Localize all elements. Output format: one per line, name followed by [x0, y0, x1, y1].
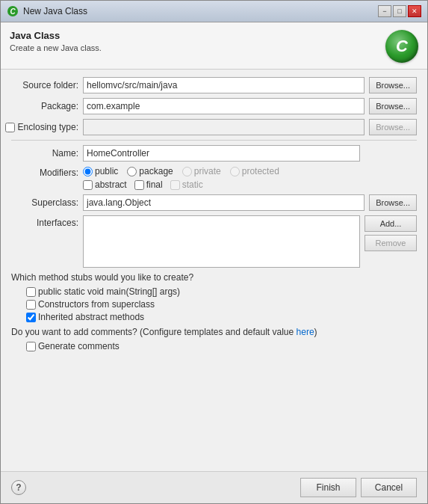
finish-button[interactable]: Finish	[300, 478, 356, 497]
divider-1	[11, 140, 417, 141]
main-window: C New Java Class − □ ✕ Java Class Create…	[0, 0, 428, 504]
superclass-row: Superclass: Browse...	[11, 194, 417, 211]
modifier-abstract[interactable]: abstract	[83, 179, 127, 190]
dialog-header: Java Class Create a new Java class. C	[1, 22, 427, 70]
modifier-private[interactable]: private	[182, 166, 221, 176]
modifier-static-checkbox[interactable]	[170, 180, 180, 190]
dialog-content: Source folder: Browse... Package: Browse…	[1, 70, 427, 471]
modifiers-row-other: abstract final static	[83, 179, 417, 190]
stub-main-method[interactable]: public static void main(String[] args)	[26, 286, 417, 297]
stub-inherited-checkbox[interactable]	[26, 313, 36, 322]
comments-section: Do you want to add comments? (Configure …	[11, 327, 417, 351]
modifier-static[interactable]: static	[170, 179, 203, 190]
stub-inherited[interactable]: Inherited abstract methods	[26, 312, 417, 322]
stub-constructors-checkbox[interactable]	[26, 300, 36, 310]
interfaces-section: Interfaces: Add... Remove	[11, 215, 417, 268]
modifiers-row-access: public package private protected	[83, 166, 417, 176]
superclass-label: Superclass:	[11, 197, 78, 208]
enclosing-type-row: Enclosing type: Browse...	[11, 119, 417, 135]
maximize-button[interactable]: □	[393, 5, 406, 17]
modifier-private-radio[interactable]	[182, 167, 192, 176]
name-input[interactable]	[83, 145, 360, 162]
superclass-browse-button[interactable]: Browse...	[369, 194, 417, 211]
package-row: Package: Browse...	[11, 98, 417, 114]
modifiers-content: public package private protected	[83, 166, 417, 190]
header-text: Java Class Create a new Java class.	[10, 30, 102, 52]
enclosing-type-checkbox[interactable]	[5, 123, 15, 132]
package-label: Package:	[11, 101, 78, 111]
title-bar-left: C New Java Class	[7, 5, 87, 17]
window-title: New Java Class	[23, 6, 87, 16]
close-button[interactable]: ✕	[408, 5, 421, 17]
modifier-final[interactable]: final	[134, 179, 163, 190]
minimize-button[interactable]: −	[378, 5, 391, 17]
source-folder-browse-button[interactable]: Browse...	[369, 77, 417, 93]
cancel-button[interactable]: Cancel	[361, 478, 417, 497]
java-class-icon: C	[385, 30, 418, 63]
package-input[interactable]	[83, 98, 365, 114]
superclass-input[interactable]	[83, 194, 365, 211]
enclosing-type-browse-button[interactable]: Browse...	[369, 119, 417, 135]
source-folder-row: Source folder: Browse...	[11, 77, 417, 93]
interfaces-add-button[interactable]: Add...	[365, 215, 417, 232]
modifier-package[interactable]: package	[127, 166, 173, 176]
stubs-section: Which method stubs would you like to cre…	[11, 272, 417, 322]
interfaces-buttons: Add... Remove	[365, 215, 417, 251]
footer-left: ?	[11, 480, 26, 495]
stub-constructors[interactable]: Constructors from superclass	[26, 299, 417, 310]
package-browse-button[interactable]: Browse...	[369, 98, 417, 114]
stubs-items: public static void main(String[] args) C…	[11, 286, 417, 322]
comments-here-link[interactable]: here	[297, 327, 314, 337]
dialog-title: Java Class	[10, 30, 102, 41]
generate-comments[interactable]: Generate comments	[26, 341, 417, 351]
interfaces-listbox[interactable]	[83, 215, 360, 268]
modifier-package-radio[interactable]	[127, 167, 137, 176]
name-label: Name:	[11, 148, 78, 159]
modifier-abstract-checkbox[interactable]	[83, 180, 93, 190]
comments-items: Generate comments	[11, 341, 417, 351]
title-bar: C New Java Class − □ ✕	[1, 1, 427, 22]
modifier-protected[interactable]: protected	[230, 166, 279, 176]
help-button[interactable]: ?	[11, 480, 26, 495]
svg-text:C: C	[10, 7, 16, 16]
modifier-public[interactable]: public	[83, 166, 118, 176]
enclosing-type-checkbox-row: Enclosing type:	[11, 122, 78, 132]
window-controls: − □ ✕	[378, 5, 421, 17]
stub-main-checkbox[interactable]	[26, 287, 36, 297]
stubs-question: Which method stubs would you like to cre…	[11, 272, 417, 283]
enclosing-type-label: Enclosing type:	[18, 122, 78, 132]
dialog-subtitle: Create a new Java class.	[10, 43, 102, 52]
footer-buttons: Finish Cancel	[300, 478, 417, 497]
generate-comments-checkbox[interactable]	[26, 342, 36, 351]
enclosing-type-input[interactable]	[83, 119, 365, 135]
window-icon: C	[7, 5, 19, 17]
modifier-public-radio[interactable]	[83, 167, 93, 176]
modifier-protected-radio[interactable]	[230, 167, 240, 176]
name-row: Name:	[11, 145, 417, 162]
comments-question: Do you want to add comments? (Configure …	[11, 327, 417, 337]
source-folder-input[interactable]	[83, 77, 365, 93]
interfaces-label: Interfaces:	[11, 215, 78, 228]
modifiers-section: Modifiers: public package private	[11, 166, 417, 190]
dialog-footer: ? Finish Cancel	[1, 471, 427, 503]
modifiers-label: Modifiers:	[11, 166, 78, 178]
interfaces-remove-button[interactable]: Remove	[365, 235, 417, 251]
source-folder-label: Source folder:	[11, 80, 78, 90]
modifier-final-checkbox[interactable]	[134, 180, 144, 190]
